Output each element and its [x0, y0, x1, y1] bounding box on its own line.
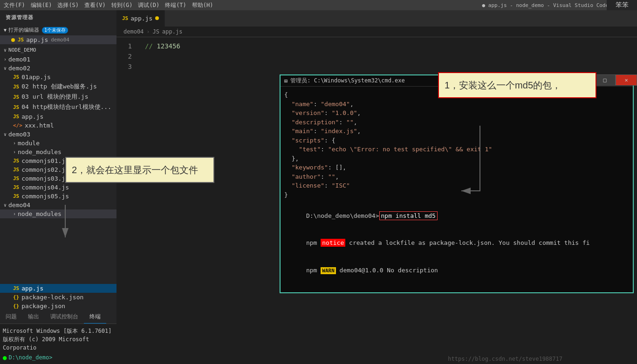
win-close-btn[interactable]: ✕ [616, 74, 637, 86]
line-num-2: 2 [116, 51, 132, 61]
folder-demo02[interactable]: ∨ demo02 [0, 64, 116, 73]
file-03urljs[interactable]: JS 03 url 模块的使用.js [0, 92, 116, 102]
menu-view[interactable]: 查看(V) [84, 1, 106, 9]
editor-tab-appjs[interactable]: JS app.js [116, 10, 165, 27]
win-restore-btn[interactable]: □ [594, 74, 616, 86]
cmd-window: ⊞ 管理员: C:\Windows\System32\cmd.exe _ □ ✕… [280, 74, 634, 293]
panel-tabs[interactable]: 问题 输出 调试控制台 终端 [0, 311, 116, 324]
subfolder-node-modules-demo04[interactable]: › node_modules [0, 209, 116, 218]
js-icon: JS [13, 175, 19, 182]
cmd-notice-badge: notice [321, 239, 345, 247]
menu-terminal[interactable]: 终端(T) [165, 1, 186, 9]
folder-demo03-label: demo03 [8, 131, 30, 138]
open-editors-header[interactable]: ▼ 打开的编辑器 1个未保存 [0, 25, 116, 35]
file-package-lock[interactable]: {} package-lock.json [0, 293, 116, 302]
node-modules-demo04-arrow: › [13, 211, 16, 216]
cmd-output-warn1: npm WARN demo04@1.0.0 No description [284, 256, 629, 284]
folder-demo02-arrow: ∨ [4, 66, 7, 71]
cmd-json-version: "version": "1.0.0", [284, 108, 629, 118]
editor-tabs: JS app.js [116, 10, 637, 27]
menu-bar[interactable]: 文件(F) 编辑(E) 选择(S) 查看(V) 转到(G) 调试(D) 终端(T… [4, 1, 213, 9]
menu-file[interactable]: 文件(F) [4, 1, 25, 9]
folder-demo01[interactable]: › demo01 [0, 55, 116, 64]
line-num-1: 1 [116, 41, 132, 51]
open-file-name: app.js [26, 36, 48, 43]
menu-edit[interactable]: 编辑(E) [31, 1, 52, 9]
js-icon: JS [13, 184, 19, 190]
cmd-npm-install: npm install md5 [379, 211, 438, 220]
top-logo: 笨笨 [607, 0, 637, 10]
open-file-item[interactable]: JS app.js demo04 [0, 35, 116, 44]
module-arrow: › [13, 141, 16, 146]
file-02httpjs[interactable]: JS 02 http 创建web服务.js [0, 81, 116, 92]
cmd-icon: ⊞ [284, 78, 288, 84]
open-editors-arrow: ▼ [4, 27, 7, 33]
folder-demo04-arrow: ∨ [4, 202, 7, 208]
annotation-1-text: 1，安装这么一个md5的包， [445, 80, 561, 90]
file-01appjs[interactable]: JS 01app.js [0, 73, 116, 81]
json-icon: {} [13, 294, 19, 300]
project-arrow: ∨ [4, 47, 7, 53]
open-editors-label: 打开的编辑器 [8, 27, 39, 34]
folder-demo04[interactable]: ∨ demo04 [0, 201, 116, 209]
sidebar: 资源管理器 ▼ 打开的编辑器 1个未保存 JS app.js demo04 ∨ … [0, 10, 116, 364]
subfolder-module[interactable]: › module [0, 139, 116, 148]
cmd-json-desc: "description": "", [284, 118, 629, 127]
cmd-json-license: "license": "ISC" [284, 181, 629, 190]
js-icon: JS [13, 94, 19, 100]
sidebar-bottom: 问题 输出 调试控制台 终端 Microsoft Windows [版本 6.1… [0, 311, 116, 364]
tab-problems[interactable]: 问题 [0, 311, 22, 324]
js-icon: JS [18, 37, 24, 43]
tab-output[interactable]: 输出 [22, 311, 45, 324]
menu-select[interactable]: 选择(S) [57, 1, 79, 9]
tab-debug-console[interactable]: 调试控制台 [45, 311, 84, 324]
annotation-2-text: 2，就会在这里显示一个包文件 [72, 165, 198, 175]
file-appjs-demo04[interactable]: JS app.js [0, 284, 116, 293]
cmd-output-warn2: npm WARN demo04@1.0.0 No repository fiel… [284, 284, 629, 293]
cmd-json-name: "name": "demo04", [284, 100, 629, 109]
cmd-json-main: "main": "index.js", [284, 127, 629, 136]
terminal-content: Microsoft Windows [版本 6.1.7601] 版权所有 (c)… [0, 324, 116, 364]
folder-demo01-label: demo01 [8, 56, 30, 63]
file-commonjs04[interactable]: JS commonjs04.js [0, 183, 116, 192]
project-tree: ∨ NODE_DEMO › demo01 ∨ demo02 JS 01app.j… [0, 45, 116, 218]
line-num-3: 3 [116, 61, 132, 72]
folder-demo03[interactable]: ∨ demo03 [0, 130, 116, 139]
file-appjs-demo02[interactable]: JS app.js [0, 112, 116, 121]
js-icon: JS [13, 158, 19, 164]
menu-debug[interactable]: 调试(D) [138, 1, 159, 9]
folder-demo02-label: demo02 [8, 65, 30, 72]
js-icon: JS [13, 193, 19, 199]
menu-goto[interactable]: 转到(G) [111, 1, 133, 9]
open-file-folder: demo04 [51, 37, 69, 43]
cmd-json-scripts-close: }, [284, 154, 629, 163]
cmd-json-close: } [284, 190, 629, 200]
file-04httpjs[interactable]: JS 04 http模块结合url模块使... [0, 102, 116, 112]
breadcrumb-folder: demo04 [123, 28, 144, 35]
terminal-line-2: 版权所有 (c) 2009 Microsoft Corporatio [3, 335, 114, 352]
folder-demo03-arrow: ∨ [4, 132, 7, 137]
js-icon: JS [13, 114, 19, 120]
file-package-json[interactable]: {} package.json [0, 302, 116, 310]
cmd-command-line: D:\node_demo\demo04>npm install md5 [284, 202, 629, 229]
js-icon: JS [13, 84, 19, 90]
cmd-path: D:\node_demo\demo04> [306, 212, 379, 219]
folder-demo04-label: demo04 [8, 202, 30, 209]
terminal-line-1: Microsoft Windows [版本 6.1.7601] [3, 327, 114, 335]
tab-terminal[interactable]: 终端 [84, 311, 106, 324]
terminal-prompt-line: ● D:\node_demo> [3, 354, 114, 361]
file-xxxhtml[interactable]: </> xxx.html [0, 121, 116, 130]
demo04-files: JS app.js {} package-lock.json {} packag… [0, 284, 116, 310]
watermark-url: https://blog.csdn.net/steve1988717 [448, 356, 562, 362]
breadcrumb-js-icon: JS [153, 28, 159, 35]
subfolder-node-modules-demo03[interactable]: › node_modules [0, 148, 116, 156]
breadcrumb: demo04 › JS app.js [116, 27, 637, 37]
node-modules-arrow: › [13, 149, 16, 155]
cmd-title-text: 管理员: C:\Windows\System32\cmd.exe [290, 77, 405, 85]
project-header[interactable]: ∨ NODE_DEMO [0, 45, 116, 55]
cmd-json-author: "author": "", [284, 172, 629, 182]
annotation-box-1: 1，安装这么一个md5的包， [438, 72, 596, 98]
file-commonjs05[interactable]: JS commonjs05.js [0, 192, 116, 201]
line-numbers: 1 2 3 [116, 37, 137, 364]
menu-help[interactable]: 帮助(H) [192, 1, 213, 9]
